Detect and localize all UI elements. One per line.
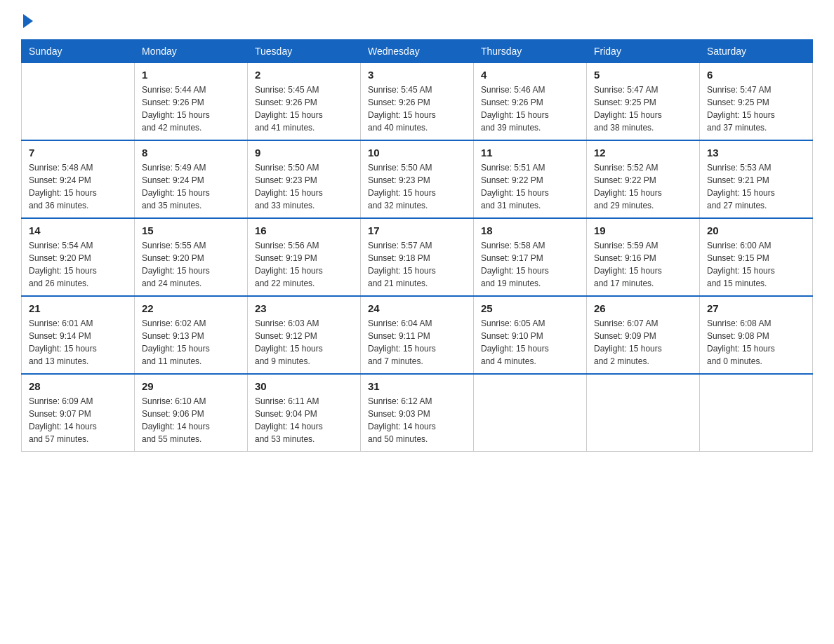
day-info: Sunrise: 5:53 AM Sunset: 9:21 PM Dayligh… [707, 161, 805, 212]
day-info: Sunrise: 6:03 AM Sunset: 9:12 PM Dayligh… [255, 317, 353, 368]
calendar-cell: 18Sunrise: 5:58 AM Sunset: 9:17 PM Dayli… [474, 218, 587, 296]
calendar-cell: 1Sunrise: 5:44 AM Sunset: 9:26 PM Daylig… [135, 63, 248, 141]
day-info: Sunrise: 6:09 AM Sunset: 9:07 PM Dayligh… [29, 395, 127, 445]
calendar-table: SundayMondayTuesdayWednesdayThursdayFrid… [21, 39, 813, 452]
day-info: Sunrise: 5:48 AM Sunset: 9:24 PM Dayligh… [29, 161, 127, 212]
day-info: Sunrise: 5:56 AM Sunset: 9:19 PM Dayligh… [255, 239, 353, 290]
day-info: Sunrise: 6:02 AM Sunset: 9:13 PM Dayligh… [142, 317, 240, 368]
day-number: 10 [368, 147, 466, 159]
day-info: Sunrise: 5:59 AM Sunset: 9:16 PM Dayligh… [594, 239, 692, 290]
logo [21, 14, 33, 28]
calendar-cell: 11Sunrise: 5:51 AM Sunset: 9:22 PM Dayli… [474, 140, 587, 218]
day-info: Sunrise: 6:07 AM Sunset: 9:09 PM Dayligh… [594, 317, 692, 368]
day-number: 13 [707, 147, 805, 159]
day-number: 23 [255, 302, 353, 314]
calendar-week-row: 1Sunrise: 5:44 AM Sunset: 9:26 PM Daylig… [22, 63, 813, 141]
day-header-thursday: Thursday [474, 40, 587, 63]
calendar-cell: 13Sunrise: 5:53 AM Sunset: 9:21 PM Dayli… [700, 140, 813, 218]
calendar-cell [587, 374, 700, 452]
day-info: Sunrise: 5:54 AM Sunset: 9:20 PM Dayligh… [29, 239, 127, 290]
day-info: Sunrise: 5:55 AM Sunset: 9:20 PM Dayligh… [142, 239, 240, 290]
day-number: 4 [481, 69, 579, 81]
day-number: 21 [29, 302, 127, 314]
calendar-cell: 25Sunrise: 6:05 AM Sunset: 9:10 PM Dayli… [474, 296, 587, 374]
day-number: 5 [594, 69, 692, 81]
day-info: Sunrise: 6:10 AM Sunset: 9:06 PM Dayligh… [142, 395, 240, 445]
day-number: 8 [142, 147, 240, 159]
day-info: Sunrise: 6:08 AM Sunset: 9:08 PM Dayligh… [707, 317, 805, 368]
day-number: 16 [255, 224, 353, 236]
day-number: 29 [142, 380, 240, 392]
day-info: Sunrise: 6:12 AM Sunset: 9:03 PM Dayligh… [368, 395, 466, 445]
day-info: Sunrise: 6:00 AM Sunset: 9:15 PM Dayligh… [707, 239, 805, 290]
calendar-header-row: SundayMondayTuesdayWednesdayThursdayFrid… [22, 40, 813, 63]
day-info: Sunrise: 6:11 AM Sunset: 9:04 PM Dayligh… [255, 395, 353, 445]
day-number: 24 [368, 302, 466, 314]
day-info: Sunrise: 6:01 AM Sunset: 9:14 PM Dayligh… [29, 317, 127, 368]
calendar-cell: 12Sunrise: 5:52 AM Sunset: 9:22 PM Dayli… [587, 140, 700, 218]
calendar-cell: 30Sunrise: 6:11 AM Sunset: 9:04 PM Dayli… [248, 374, 361, 452]
calendar-cell: 2Sunrise: 5:45 AM Sunset: 9:26 PM Daylig… [248, 63, 361, 141]
day-info: Sunrise: 5:47 AM Sunset: 9:25 PM Dayligh… [707, 83, 805, 134]
day-info: Sunrise: 5:57 AM Sunset: 9:18 PM Dayligh… [368, 239, 466, 290]
calendar-cell: 9Sunrise: 5:50 AM Sunset: 9:23 PM Daylig… [248, 140, 361, 218]
calendar-cell: 27Sunrise: 6:08 AM Sunset: 9:08 PM Dayli… [700, 296, 813, 374]
calendar-cell [474, 374, 587, 452]
calendar-cell [700, 374, 813, 452]
calendar-cell: 5Sunrise: 5:47 AM Sunset: 9:25 PM Daylig… [587, 63, 700, 141]
day-info: Sunrise: 5:49 AM Sunset: 9:24 PM Dayligh… [142, 161, 240, 212]
day-info: Sunrise: 5:50 AM Sunset: 9:23 PM Dayligh… [368, 161, 466, 212]
calendar-cell: 31Sunrise: 6:12 AM Sunset: 9:03 PM Dayli… [361, 374, 474, 452]
calendar-cell: 8Sunrise: 5:49 AM Sunset: 9:24 PM Daylig… [135, 140, 248, 218]
day-number: 7 [29, 147, 127, 159]
calendar-week-row: 14Sunrise: 5:54 AM Sunset: 9:20 PM Dayli… [22, 218, 813, 296]
calendar-week-row: 21Sunrise: 6:01 AM Sunset: 9:14 PM Dayli… [22, 296, 813, 374]
day-info: Sunrise: 6:05 AM Sunset: 9:10 PM Dayligh… [481, 317, 579, 368]
day-number: 15 [142, 224, 240, 236]
day-number: 19 [594, 224, 692, 236]
day-info: Sunrise: 5:44 AM Sunset: 9:26 PM Dayligh… [142, 83, 240, 134]
day-number: 2 [255, 69, 353, 81]
day-header-saturday: Saturday [700, 40, 813, 63]
calendar-cell [22, 63, 135, 141]
day-number: 6 [707, 69, 805, 81]
calendar-cell: 4Sunrise: 5:46 AM Sunset: 9:26 PM Daylig… [474, 63, 587, 141]
day-info: Sunrise: 5:47 AM Sunset: 9:25 PM Dayligh… [594, 83, 692, 134]
day-info: Sunrise: 5:45 AM Sunset: 9:26 PM Dayligh… [255, 83, 353, 134]
day-number: 26 [594, 302, 692, 314]
day-number: 3 [368, 69, 466, 81]
day-number: 1 [142, 69, 240, 81]
calendar-cell: 21Sunrise: 6:01 AM Sunset: 9:14 PM Dayli… [22, 296, 135, 374]
calendar-cell: 24Sunrise: 6:04 AM Sunset: 9:11 PM Dayli… [361, 296, 474, 374]
day-info: Sunrise: 5:52 AM Sunset: 9:22 PM Dayligh… [594, 161, 692, 212]
day-number: 14 [29, 224, 127, 236]
day-number: 11 [481, 147, 579, 159]
calendar-cell: 6Sunrise: 5:47 AM Sunset: 9:25 PM Daylig… [700, 63, 813, 141]
calendar-cell: 26Sunrise: 6:07 AM Sunset: 9:09 PM Dayli… [587, 296, 700, 374]
calendar-cell: 14Sunrise: 5:54 AM Sunset: 9:20 PM Dayli… [22, 218, 135, 296]
calendar-cell: 10Sunrise: 5:50 AM Sunset: 9:23 PM Dayli… [361, 140, 474, 218]
day-header-sunday: Sunday [22, 40, 135, 63]
calendar-cell: 29Sunrise: 6:10 AM Sunset: 9:06 PM Dayli… [135, 374, 248, 452]
day-info: Sunrise: 6:04 AM Sunset: 9:11 PM Dayligh… [368, 317, 466, 368]
day-number: 18 [481, 224, 579, 236]
calendar-cell: 16Sunrise: 5:56 AM Sunset: 9:19 PM Dayli… [248, 218, 361, 296]
calendar-cell: 23Sunrise: 6:03 AM Sunset: 9:12 PM Dayli… [248, 296, 361, 374]
day-number: 27 [707, 302, 805, 314]
day-number: 12 [594, 147, 692, 159]
day-info: Sunrise: 5:46 AM Sunset: 9:26 PM Dayligh… [481, 83, 579, 134]
day-number: 20 [707, 224, 805, 236]
calendar-cell: 7Sunrise: 5:48 AM Sunset: 9:24 PM Daylig… [22, 140, 135, 218]
calendar-cell: 19Sunrise: 5:59 AM Sunset: 9:16 PM Dayli… [587, 218, 700, 296]
page-header [21, 14, 813, 28]
day-info: Sunrise: 5:58 AM Sunset: 9:17 PM Dayligh… [481, 239, 579, 290]
day-header-monday: Monday [135, 40, 248, 63]
day-number: 25 [481, 302, 579, 314]
day-number: 30 [255, 380, 353, 392]
calendar-cell: 28Sunrise: 6:09 AM Sunset: 9:07 PM Dayli… [22, 374, 135, 452]
day-number: 17 [368, 224, 466, 236]
day-header-tuesday: Tuesday [248, 40, 361, 63]
calendar-cell: 15Sunrise: 5:55 AM Sunset: 9:20 PM Dayli… [135, 218, 248, 296]
calendar-cell: 22Sunrise: 6:02 AM Sunset: 9:13 PM Dayli… [135, 296, 248, 374]
day-info: Sunrise: 5:45 AM Sunset: 9:26 PM Dayligh… [368, 83, 466, 134]
